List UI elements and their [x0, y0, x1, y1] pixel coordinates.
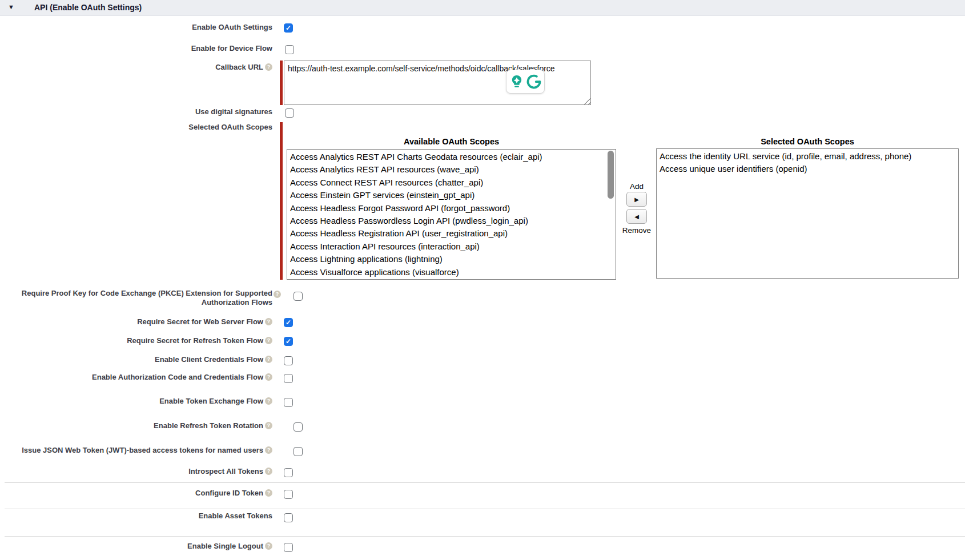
help-icon[interactable]: ? [265, 489, 272, 497]
row-divider [5, 482, 965, 483]
available-scopes-header: Available OAuth Scopes [287, 137, 616, 146]
scope-option[interactable]: Access Headless Passwordless Login API (… [290, 215, 616, 227]
row-divider [5, 509, 965, 509]
introspect-all-tokens-label: Introspect All Tokens ? [0, 467, 272, 476]
remove-button-caption: Remove [616, 226, 657, 235]
available-scopes-listbox[interactable]: Access Analytics REST API Charts Geodata… [287, 149, 616, 280]
enable-asset-tokens-label: Enable Asset Tokens [0, 511, 272, 521]
enable-token-exchange-flow-label: Enable Token Exchange Flow ? [0, 397, 272, 406]
help-icon[interactable]: ? [265, 468, 272, 475]
enable-auth-code-credentials-flow-checkbox[interactable]: ✓ [284, 374, 293, 383]
selected-oauth-scopes-label: Selected OAuth Scopes [0, 123, 272, 132]
introspect-all-tokens-checkbox[interactable]: ✓ [284, 468, 293, 477]
require-secret-refresh-token-flow-label: Require Secret for Refresh Token Flow ? [0, 336, 272, 345]
configure-id-token-label: Configure ID Token ? [0, 489, 272, 498]
enable-single-logout-label: Enable Single Logout ? [0, 542, 272, 551]
enable-refresh-token-rotation-label: Enable Refresh Token Rotation ? [0, 421, 272, 430]
left-arrow-icon: ◀ [634, 213, 639, 220]
row-divider [5, 536, 965, 537]
oauth-settings-section: ▼ API (Enable OAuth Settings) Enable OAu… [0, 0, 965, 560]
add-scope-button[interactable]: ▶ [626, 192, 647, 207]
enable-asset-tokens-checkbox[interactable]: ✓ [284, 513, 293, 522]
enable-client-credentials-flow-label: Enable Client Credentials Flow ? [0, 355, 272, 364]
collapse-triangle-icon[interactable]: ▼ [8, 4, 14, 10]
enable-single-logout-checkbox[interactable]: ✓ [284, 543, 293, 552]
selected-scopes-listbox[interactable]: Access the identity URL service (id, pro… [656, 148, 959, 279]
require-secret-web-server-flow-label: Require Secret for Web Server Flow ? [0, 317, 272, 327]
right-arrow-icon: ▶ [634, 196, 639, 203]
selected-scopes-header: Selected OAuth Scopes [656, 137, 959, 146]
scope-option[interactable]: Access Headless Registration API (user_r… [290, 227, 616, 240]
require-pkce-checkbox[interactable]: ✓ [293, 292, 303, 301]
check-icon: ✓ [286, 319, 291, 326]
add-button-caption: Add [616, 182, 657, 191]
remove-scope-button[interactable]: ◀ [626, 209, 647, 224]
section-header: ▼ API (Enable OAuth Settings) [0, 0, 965, 16]
enable-auth-code-credentials-flow-label: Enable Authorization Code and Credential… [0, 373, 272, 382]
help-icon[interactable]: ? [274, 291, 281, 298]
scope-option[interactable]: Access Visualforce applications (visualf… [290, 266, 616, 279]
callback-url-textarea[interactable]: https://auth-test.example.com/self-servi… [284, 61, 591, 105]
help-icon[interactable]: ? [265, 422, 272, 429]
scope-option[interactable]: Access unique user identifiers (openid) [660, 163, 958, 175]
scope-option[interactable]: Access the identity URL service (id, pro… [660, 150, 958, 163]
required-field-bar [280, 122, 283, 280]
listbox-scrollbar-thumb[interactable] [608, 151, 614, 199]
scope-option[interactable]: Access Connect REST API resources (chatt… [290, 176, 616, 189]
scope-option[interactable]: Access Analytics REST API resources (wav… [290, 163, 616, 176]
issue-jwt-access-tokens-label: Issue JSON Web Token (JWT)-based access … [0, 446, 272, 455]
enable-for-device-flow-label: Enable for Device Flow [0, 44, 272, 53]
scope-option[interactable]: Access Interaction API resources (intera… [290, 240, 616, 253]
require-secret-web-server-flow-checkbox[interactable]: ✓ [284, 318, 293, 327]
help-icon[interactable]: ? [265, 397, 272, 405]
scope-option[interactable]: Access Lightning applications (lightning… [290, 253, 616, 265]
use-digital-signatures-checkbox[interactable]: ✓ [285, 108, 294, 118]
configure-id-token-checkbox[interactable]: ✓ [284, 490, 293, 499]
use-digital-signatures-label: Use digital signatures [0, 107, 272, 116]
scope-option[interactable]: Access Einstein GPT services (einstein_g… [290, 189, 616, 202]
required-field-bar [280, 61, 283, 105]
help-icon[interactable]: ? [265, 356, 272, 363]
lightbulb-extension-icon[interactable] [509, 74, 525, 90]
scope-option[interactable]: Access Analytics REST API Charts Geodata… [290, 151, 616, 163]
enable-client-credentials-flow-checkbox[interactable]: ✓ [284, 356, 293, 365]
grammarly-extension-icon[interactable] [526, 74, 542, 90]
check-icon: ✓ [286, 25, 291, 31]
require-pkce-label: Require Proof Key for Code Exchange (PKC… [13, 289, 272, 307]
help-icon[interactable]: ? [265, 542, 272, 550]
callback-url-label: Callback URL ? [0, 63, 272, 72]
require-secret-refresh-token-flow-checkbox[interactable]: ✓ [284, 337, 293, 346]
help-icon[interactable]: ? [265, 337, 272, 344]
help-icon[interactable]: ? [265, 373, 272, 381]
help-icon[interactable]: ? [265, 318, 272, 325]
browser-extension-pill [506, 70, 545, 94]
check-icon: ✓ [286, 338, 291, 345]
enable-refresh-token-rotation-checkbox[interactable]: ✓ [293, 422, 303, 432]
scope-option[interactable]: Access Headless Forgot Password API (for… [290, 202, 616, 215]
help-icon[interactable]: ? [265, 63, 272, 71]
enable-oauth-settings-label: Enable OAuth Settings [0, 23, 272, 32]
issue-jwt-access-tokens-checkbox[interactable]: ✓ [293, 447, 303, 456]
enable-for-device-flow-checkbox[interactable]: ✓ [285, 45, 294, 54]
enable-token-exchange-flow-checkbox[interactable]: ✓ [284, 398, 293, 407]
enable-oauth-settings-checkbox[interactable]: ✓ [284, 23, 293, 33]
section-title: API (Enable OAuth Settings) [34, 3, 142, 12]
help-icon[interactable]: ? [265, 446, 272, 454]
